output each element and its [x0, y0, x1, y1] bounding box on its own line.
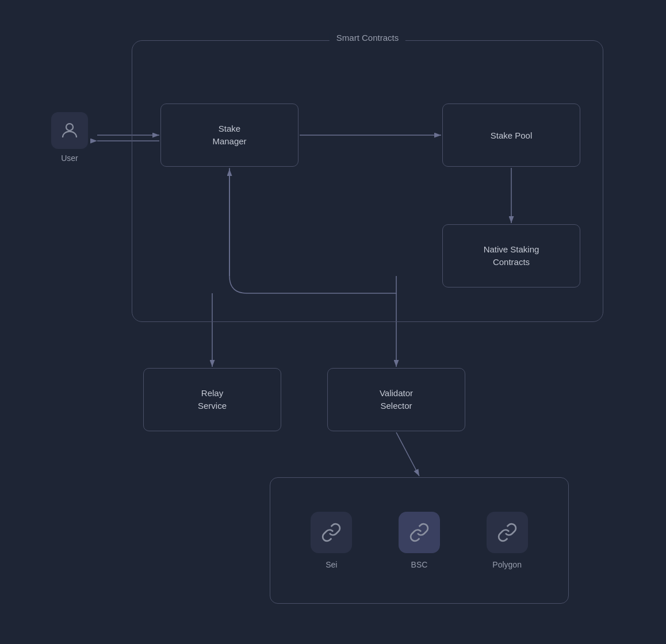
polygon-icon-box — [487, 512, 528, 553]
validator-selector-label: ValidatorSelector — [380, 387, 413, 413]
bsc-chain-icon — [409, 522, 430, 543]
relay-service-box: RelayService — [143, 368, 281, 431]
native-staking-box: Native StakingContracts — [442, 224, 580, 288]
bsc-icon-box — [399, 512, 440, 553]
blockchain-box: Sei BSC Polygon — [270, 477, 569, 604]
polygon-chain-icon — [497, 522, 518, 543]
user-icon-box — [51, 112, 88, 149]
validator-selector-box: ValidatorSelector — [327, 368, 465, 431]
sei-icon-box — [311, 512, 352, 553]
user-icon — [59, 120, 80, 141]
user-label: User — [61, 154, 78, 163]
user-node: User — [51, 112, 88, 163]
stake-pool-box: Stake Pool — [442, 103, 580, 167]
chain-item-polygon: Polygon — [487, 512, 528, 569]
stake-pool-label: Stake Pool — [491, 131, 533, 140]
diagram-container: Smart Contracts User StakeManager Stake … — [45, 29, 621, 615]
svg-point-2 — [66, 124, 73, 131]
sei-chain-icon — [321, 522, 342, 543]
smart-contracts-label: Smart Contracts — [330, 33, 405, 43]
sei-label: Sei — [326, 560, 337, 569]
stake-manager-label: StakeManager — [212, 122, 246, 148]
chain-item-bsc: BSC — [399, 512, 440, 569]
relay-service-label: RelayService — [198, 387, 227, 413]
stake-manager-box: StakeManager — [160, 103, 298, 167]
native-staking-label: Native StakingContracts — [484, 243, 539, 269]
polygon-label: Polygon — [492, 560, 522, 569]
chain-item-sei: Sei — [311, 512, 352, 569]
validator-to-blockchain-arrow — [396, 432, 419, 476]
bsc-label: BSC — [411, 560, 428, 569]
